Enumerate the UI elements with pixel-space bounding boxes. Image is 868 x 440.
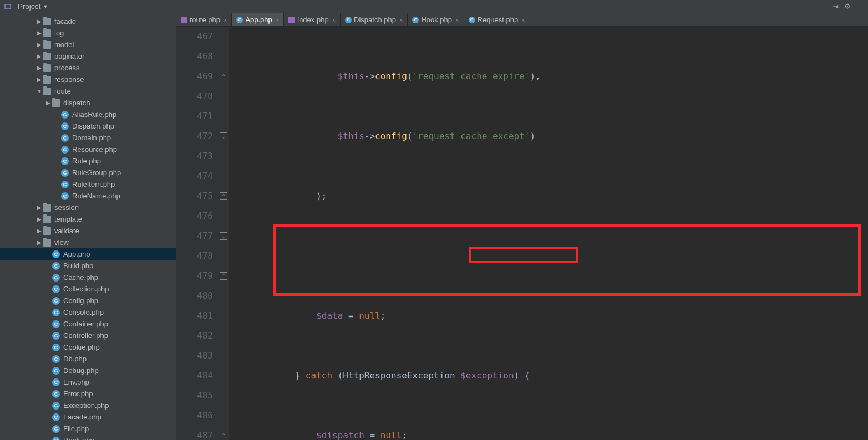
- class-file-icon: C: [345, 17, 352, 23]
- editor-tab[interactable]: CDispatch.php×: [341, 13, 408, 26]
- tree-label: response: [54, 75, 176, 84]
- tree-label: template: [54, 215, 176, 223]
- tree-label: Hook.php: [63, 436, 176, 440]
- tree-row[interactable]: ▶CException.php: [0, 400, 176, 411]
- class-file-icon: C: [52, 320, 60, 328]
- fold-gutter[interactable]: ⌃⌄⌃⌄⌃⌃: [219, 27, 229, 440]
- tree-label: validate: [54, 227, 176, 235]
- tree-row[interactable]: ▶validate: [0, 225, 176, 237]
- code-editor[interactable]: 4674684694704714724734744754764774784794…: [176, 27, 868, 440]
- tree-arrow-icon[interactable]: ▶: [35, 65, 43, 71]
- close-icon[interactable]: ×: [276, 17, 279, 23]
- tree-arrow-icon[interactable]: ▶: [35, 76, 43, 83]
- tree-row[interactable]: ▶CRule.php: [0, 155, 176, 167]
- fold-toggle-icon[interactable]: ⌃: [220, 272, 227, 280]
- tree-row[interactable]: ▶CDomain.php: [0, 132, 176, 144]
- tree-row[interactable]: ▶CEnv.php: [0, 376, 176, 388]
- close-icon[interactable]: ×: [332, 17, 336, 23]
- tree-row[interactable]: ▶paginator: [0, 50, 176, 62]
- title-bar: Project ▼ ⇥ ⚙ —: [0, 0, 868, 13]
- tree-row[interactable]: ▶CBuild.php: [0, 260, 176, 272]
- tree-row[interactable]: ▶CRuleGroup.php: [0, 167, 176, 178]
- tree-label: RuleItem.php: [72, 180, 176, 188]
- tree-row[interactable]: ▶log: [0, 27, 176, 39]
- tree-label: Resource.php: [72, 145, 176, 154]
- code-content[interactable]: $this->config('request_cache_expire'), $…: [229, 27, 868, 440]
- tree-arrow-icon[interactable]: ▶: [35, 216, 43, 222]
- collapse-icon[interactable]: ⇥: [833, 2, 839, 11]
- tree-row[interactable]: ▶CDebug.php: [0, 365, 176, 376]
- tree-row[interactable]: ▶CError.php: [0, 388, 176, 400]
- tree-label: Domain.php: [72, 134, 176, 142]
- tree-row[interactable]: ▶model: [0, 39, 176, 50]
- tree-label: Collection.php: [63, 285, 176, 293]
- tree-row[interactable]: ▶CCache.php: [0, 272, 176, 283]
- tree-arrow-icon[interactable]: ▶: [35, 239, 43, 245]
- fold-toggle-icon[interactable]: ⌃: [220, 73, 227, 80]
- fold-toggle-icon[interactable]: ⌃: [220, 192, 227, 200]
- folder-icon: [52, 99, 60, 107]
- tree-arrow-icon[interactable]: ▼: [35, 88, 43, 94]
- close-icon[interactable]: ×: [521, 17, 525, 23]
- tree-row[interactable]: ▶CRuleName.php: [0, 190, 176, 202]
- project-dropdown[interactable]: Project ▼: [14, 1, 51, 12]
- tree-row[interactable]: ▶CFile.php: [0, 423, 176, 434]
- tree-row[interactable]: ▶CDb.php: [0, 353, 176, 365]
- tree-row[interactable]: ▶CConsole.php: [0, 306, 176, 318]
- tree-row[interactable]: ▶session: [0, 202, 176, 213]
- project-tree[interactable]: ▶facade▶log▶model▶paginator▶process▶resp…: [0, 13, 176, 440]
- class-file-icon: C: [61, 146, 69, 154]
- tree-row[interactable]: ▶CConfig.php: [0, 295, 176, 306]
- fold-toggle-icon[interactable]: ⌄: [220, 132, 227, 140]
- tree-row[interactable]: ▶dispatch: [0, 97, 176, 109]
- line-number: 474: [176, 166, 213, 186]
- tree-row[interactable]: ▼route: [0, 85, 176, 97]
- tree-row[interactable]: ▶CFacade.php: [0, 411, 176, 423]
- close-icon[interactable]: ×: [224, 17, 227, 23]
- gear-icon[interactable]: ⚙: [844, 2, 851, 11]
- line-number: 470: [176, 86, 213, 106]
- tree-label: Config.php: [63, 296, 176, 305]
- tree-arrow-icon[interactable]: ▶: [35, 204, 43, 211]
- tree-row[interactable]: ▶process: [0, 62, 176, 74]
- tree-row[interactable]: ▶CRuleItem.php: [0, 178, 176, 190]
- tree-row[interactable]: ▶CHook.php: [0, 434, 176, 440]
- folder-icon: [43, 216, 51, 223]
- tree-arrow-icon[interactable]: ▶: [35, 30, 43, 36]
- class-file-icon: C: [52, 378, 60, 386]
- tree-arrow-icon[interactable]: ▶: [35, 228, 43, 234]
- tree-row[interactable]: ▶CAliasRule.php: [0, 109, 176, 120]
- tree-row[interactable]: ▶CApp.php: [0, 248, 176, 260]
- tree-row[interactable]: ▶response: [0, 74, 176, 85]
- tree-arrow-icon[interactable]: ▶: [35, 18, 43, 24]
- tree-row[interactable]: ▶facade: [0, 16, 176, 27]
- tree-row[interactable]: ▶CController.php: [0, 330, 176, 341]
- tree-row[interactable]: ▶CResource.php: [0, 144, 176, 155]
- line-number: 476: [176, 206, 213, 226]
- tree-row[interactable]: ▶template: [0, 213, 176, 225]
- tree-row[interactable]: ▶CCookie.php: [0, 341, 176, 353]
- main-area: ▶facade▶log▶model▶paginator▶process▶resp…: [0, 13, 868, 440]
- tree-row[interactable]: ▶CDispatch.php: [0, 120, 176, 132]
- editor-tab[interactable]: index.php×: [284, 13, 341, 26]
- line-number: 472: [176, 126, 213, 146]
- tree-arrow-icon[interactable]: ▶: [44, 100, 52, 106]
- tree-row[interactable]: ▶view: [0, 237, 176, 248]
- editor-tab[interactable]: CApp.php×: [232, 13, 284, 26]
- close-icon[interactable]: ×: [455, 17, 459, 23]
- fold-toggle-icon[interactable]: ⌄: [220, 232, 227, 240]
- editor-tab[interactable]: CHook.php×: [408, 13, 464, 26]
- editor-tab[interactable]: CRequest.php×: [464, 13, 530, 26]
- line-number: 471: [176, 106, 213, 126]
- tree-label: Debug.php: [63, 366, 176, 375]
- minimize-icon[interactable]: —: [856, 2, 864, 11]
- editor-tab[interactable]: route.php×: [176, 13, 232, 26]
- tree-row[interactable]: ▶CContainer.php: [0, 318, 176, 330]
- tree-row[interactable]: ▶CCollection.php: [0, 283, 176, 295]
- class-file-icon: C: [52, 390, 60, 398]
- tree-arrow-icon[interactable]: ▶: [35, 53, 43, 59]
- close-icon[interactable]: ×: [399, 17, 403, 23]
- tree-arrow-icon[interactable]: ▶: [35, 42, 43, 48]
- fold-toggle-icon[interactable]: ⌃: [220, 432, 227, 439]
- tree-label: File.php: [63, 424, 176, 433]
